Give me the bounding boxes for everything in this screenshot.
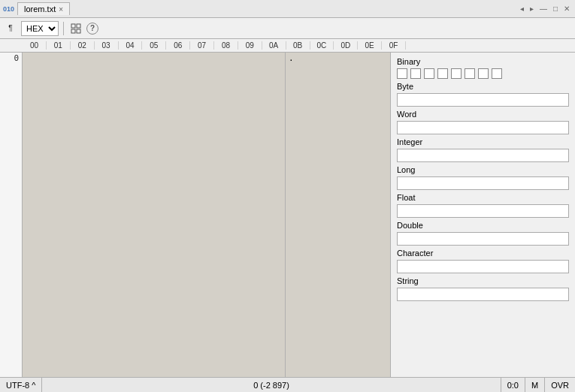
binary-section: Binary — [397, 57, 569, 79]
paragraph-icon[interactable]: ¶ — [3, 21, 18, 36]
status-overwrite: OVR — [545, 378, 575, 392]
bit-0-checkbox[interactable] — [492, 68, 502, 79]
integer-input[interactable] — [397, 149, 569, 162]
title-bar: 010 lorem.txt × ◂ ▸ — □ ✕ — [0, 0, 575, 18]
col-label-07: 07 — [190, 41, 214, 50]
col-label-0A: 0A — [262, 41, 286, 50]
svg-rect-2 — [71, 29, 75, 33]
maximize-button[interactable]: □ — [551, 5, 560, 13]
character-label: Character — [397, 249, 569, 258]
word-section: Word — [397, 110, 569, 134]
col-label-09: 09 — [238, 41, 262, 50]
string-section: String — [397, 276, 569, 301]
status-bar: UTF-8 ^ 0 (-2 897) 0:0 M OVR — [0, 377, 575, 392]
bit-3-checkbox[interactable] — [451, 68, 462, 79]
character-section: Character — [397, 249, 569, 273]
col-label-04: 04 — [119, 41, 143, 50]
col-label-08: 08 — [214, 41, 238, 50]
byte-input[interactable] — [397, 93, 569, 107]
double-input[interactable] — [397, 232, 569, 246]
float-input[interactable] — [397, 204, 569, 218]
help-icon[interactable]: ? — [86, 23, 98, 35]
file-tab[interactable]: lorem.txt × — [17, 2, 70, 15]
col-label-00: 00 — [23, 41, 47, 50]
col-label-06: 06 — [166, 41, 190, 50]
hex-content[interactable]: 0 . — [0, 53, 390, 377]
bit-2-checkbox[interactable] — [465, 68, 475, 79]
hex-column-labels: 000102030405060708090A0B0C0D0E0F — [23, 41, 406, 50]
col-label-03: 03 — [95, 41, 119, 50]
svg-rect-1 — [77, 24, 80, 28]
status-coords: 0:0 — [501, 378, 525, 392]
nav-forward-button[interactable]: ▸ — [528, 5, 536, 13]
status-position: 0 (-2 897) — [42, 378, 501, 392]
col-label-0F: 0F — [382, 41, 406, 50]
right-panel: Binary Byte Word Integer — [391, 53, 575, 377]
toolbar-separator-1 — [63, 22, 64, 35]
word-input[interactable] — [397, 121, 569, 134]
hex-cells[interactable] — [23, 53, 285, 377]
hex-pane: 0 . — [0, 53, 391, 377]
long-section: Long — [397, 165, 569, 190]
integer-section: Integer — [397, 137, 569, 162]
encoding-select[interactable]: HEX DEC OCT BIN — [21, 21, 59, 36]
bit-6-checkbox[interactable] — [410, 68, 421, 79]
close-window-button[interactable]: ✕ — [561, 5, 572, 13]
grid-icon[interactable] — [68, 21, 83, 36]
col-label-0D: 0D — [334, 41, 358, 50]
status-mode: M — [525, 378, 545, 392]
string-input[interactable] — [397, 288, 569, 301]
bit-7-checkbox[interactable] — [397, 68, 407, 79]
byte-section: Byte — [397, 82, 569, 107]
double-label: Double — [397, 221, 569, 230]
long-label: Long — [397, 165, 569, 174]
nav-back-button[interactable]: ◂ — [518, 5, 526, 13]
window-controls: ◂ ▸ — □ ✕ — [518, 5, 572, 13]
double-section: Double — [397, 221, 569, 246]
tab-close-button[interactable]: × — [59, 5, 63, 14]
binary-checkboxes — [397, 68, 569, 79]
row-numbers: 0 — [0, 53, 23, 377]
ascii-pane[interactable]: . — [285, 53, 390, 377]
minimize-button[interactable]: — — [537, 5, 549, 13]
character-input[interactable] — [397, 260, 569, 273]
main-area: 0 . Binary — [0, 53, 575, 377]
bit-5-checkbox[interactable] — [424, 68, 434, 79]
app-icon: 010 — [3, 5, 14, 13]
word-label: Word — [397, 110, 569, 119]
svg-rect-0 — [71, 24, 75, 28]
byte-label: Byte — [397, 82, 569, 91]
ascii-row-0: . — [289, 53, 390, 65]
integer-label: Integer — [397, 137, 569, 146]
string-label: String — [397, 276, 569, 285]
tab-filename: lorem.txt — [24, 5, 56, 14]
col-label-01: 01 — [47, 41, 71, 50]
binary-label: Binary — [397, 57, 569, 66]
status-encoding[interactable]: UTF-8 ^ — [0, 378, 42, 392]
col-label-0B: 0B — [286, 41, 310, 50]
float-label: Float — [397, 193, 569, 202]
row-number-0: 0 — [0, 53, 22, 65]
col-label-0C: 0C — [310, 41, 334, 50]
long-input[interactable] — [397, 176, 569, 190]
bit-1-checkbox[interactable] — [478, 68, 489, 79]
bit-4-checkbox[interactable] — [437, 68, 448, 79]
float-section: Float — [397, 193, 569, 218]
toolbar: ¶ HEX DEC OCT BIN ? — [0, 18, 575, 39]
hex-row-0 — [23, 53, 285, 65]
col-label-05: 05 — [142, 41, 166, 50]
col-label-02: 02 — [71, 41, 95, 50]
col-label-0E: 0E — [358, 41, 382, 50]
column-headers: 000102030405060708090A0B0C0D0E0F — [0, 39, 575, 53]
app-icon-text: 010 — [3, 5, 14, 13]
svg-rect-3 — [77, 29, 80, 33]
